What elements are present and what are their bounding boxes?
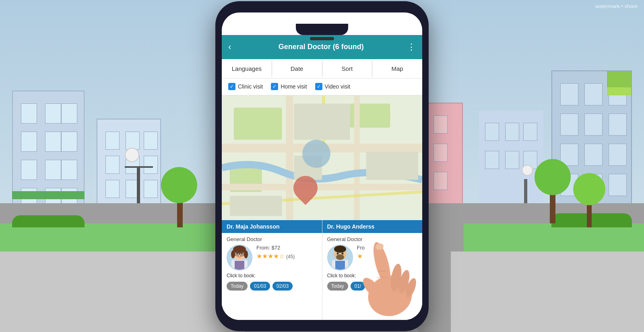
- doctor-cards-area: Dr. Maja Johansson General Doctor: [222, 220, 422, 320]
- book-btn-slot1-maja[interactable]: 01/03: [250, 282, 270, 291]
- svg-point-24: [241, 253, 243, 255]
- svg-rect-6: [354, 95, 360, 220]
- card-body-hugo: General Doctor: [322, 233, 423, 294]
- lamp-bulb-right: [522, 165, 533, 176]
- clinic-visit-label: Clinic visit: [238, 83, 263, 90]
- svg-rect-10: [366, 152, 418, 180]
- phone-speaker: [310, 37, 334, 40]
- filter-languages[interactable]: Languages: [222, 60, 272, 77]
- svg-rect-11: [230, 196, 282, 216]
- phone-frame: ‹ General Doctor (6 found) ⋮ Languages D…: [215, 1, 429, 331]
- avatar-maja: [227, 245, 252, 270]
- more-button[interactable]: ⋮: [407, 42, 416, 52]
- booking-row-maja: Click to book: Today 01/03 02/03: [227, 273, 317, 291]
- price-hugo: Fro: [357, 245, 418, 251]
- video-visit-label: Video visit: [325, 83, 351, 90]
- book-btn-today-maja[interactable]: Today: [227, 282, 248, 291]
- home-check-icon: ✓: [272, 84, 277, 89]
- tree-top-right-1: [535, 159, 571, 195]
- svg-rect-15: [235, 261, 244, 270]
- svg-rect-1: [234, 107, 282, 140]
- sidewalk-left: [0, 252, 245, 332]
- home-visit-label: Home visit: [281, 83, 307, 90]
- grass-left: [0, 223, 225, 252]
- phone-device: ‹ General Doctor (6 found) ⋮ Languages D…: [215, 1, 429, 331]
- specialty-maja: General Doctor: [227, 236, 317, 242]
- review-count-maja: (45): [286, 254, 295, 260]
- page-title: General Doctor (6 found): [235, 43, 407, 51]
- video-check-icon: ✓: [317, 84, 321, 89]
- shrubs-right: [551, 213, 632, 227]
- svg-point-30: [336, 254, 344, 260]
- svg-point-32: [341, 252, 343, 254]
- stars-hugo: ★: [357, 252, 418, 260]
- svg-point-18: [231, 250, 235, 258]
- sidewalk-right: [451, 252, 644, 332]
- book-btn-slot2-maja[interactable]: 02/03: [272, 282, 293, 291]
- svg-rect-7: [222, 184, 422, 190]
- avatar-row-maja: From: $72 ★★★★☆(45): [227, 245, 317, 270]
- phone-notch: [296, 24, 348, 35]
- filter-map[interactable]: Map: [372, 60, 422, 77]
- svg-point-23: [236, 253, 238, 255]
- phone-screen: ‹ General Doctor (6 found) ⋮ Languages D…: [222, 12, 422, 320]
- svg-point-31: [336, 252, 339, 254]
- card-info-maja: From: $72 ★★★★☆(45): [256, 245, 317, 260]
- doctor-card-hugo[interactable]: Dr. Hugo Anderss General Doctor: [322, 220, 423, 320]
- avatar-row-hugo: Fro ★: [327, 245, 418, 270]
- watermark-text: watermark • share: [595, 3, 638, 9]
- price-maja: From: $72: [256, 245, 317, 251]
- filter-date[interactable]: Date: [272, 60, 322, 77]
- shrubs-left: [12, 215, 85, 227]
- tree-top-left: [161, 167, 197, 203]
- video-visit-checkbox[interactable]: ✓ Video visit: [315, 83, 351, 90]
- video-checkbox-box: ✓: [315, 83, 322, 90]
- specialty-hugo: General Doctor: [327, 236, 418, 242]
- card-header-maja: Dr. Maja Johansson: [222, 220, 322, 233]
- svg-rect-27: [335, 261, 345, 270]
- doctor-card-maja[interactable]: Dr. Maja Johansson General Doctor: [222, 220, 322, 320]
- grass-right: [464, 223, 644, 252]
- book-btn-slot1-hugo[interactable]: 01/: [351, 282, 365, 291]
- clinic-check-icon: ✓: [230, 84, 234, 89]
- visit-type-filter: ✓ Clinic visit ✓ Home visit ✓ Video visi…: [222, 78, 422, 95]
- lamp-bulb-left: [125, 148, 139, 162]
- back-button[interactable]: ‹: [228, 42, 231, 52]
- svg-point-29: [334, 245, 346, 253]
- stars-maja: ★★★★☆(45): [256, 252, 317, 260]
- card-info-hugo: Fro ★: [357, 245, 418, 260]
- filter-bar: Languages Date Sort Map: [222, 59, 422, 78]
- book-label-maja: Click to book:: [227, 273, 317, 278]
- book-label-hugo: Click to book:: [327, 273, 418, 278]
- lamp-arm-left: [125, 166, 153, 168]
- book-btn-today-hugo[interactable]: Today: [327, 282, 348, 291]
- home-visit-checkbox[interactable]: ✓ Home visit: [271, 83, 307, 90]
- home-checkbox-box: ✓: [271, 83, 278, 90]
- tree-top-right-2: [573, 173, 605, 205]
- avatar-hugo: [327, 245, 353, 270]
- svg-point-19: [244, 250, 248, 258]
- svg-rect-9: [294, 103, 350, 140]
- svg-point-17: [233, 245, 246, 254]
- location-marker-blue: [302, 140, 330, 168]
- clinic-visit-checkbox[interactable]: ✓ Clinic visit: [228, 83, 263, 90]
- awning: [12, 191, 85, 199]
- card-header-hugo: Dr. Hugo Anderss: [322, 220, 423, 233]
- map-view[interactable]: [222, 95, 422, 220]
- card-body-maja: General Doctor: [222, 233, 322, 294]
- booking-row-hugo: Click to book: Today 01/: [327, 273, 418, 291]
- clinic-checkbox-box: ✓: [228, 83, 235, 90]
- filter-sort[interactable]: Sort: [322, 60, 373, 77]
